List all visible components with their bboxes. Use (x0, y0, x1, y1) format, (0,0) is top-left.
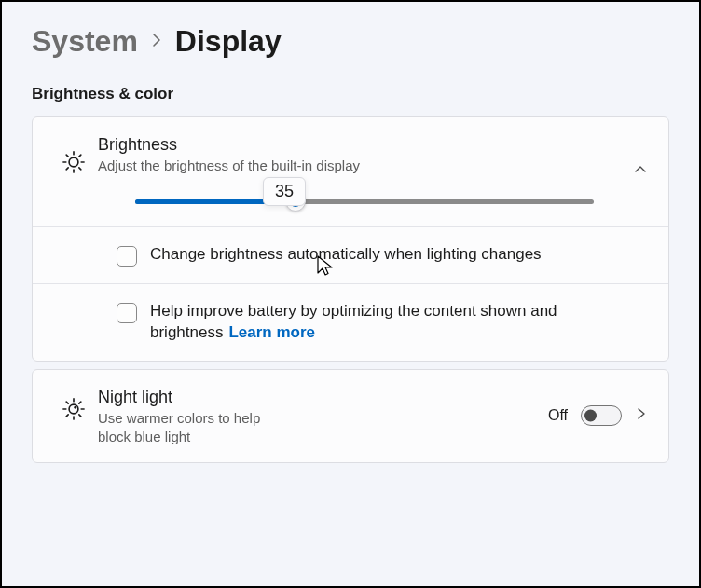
svg-point-9 (69, 404, 78, 414)
brightness-card-group: Brightness Adjust the brightness of the … (32, 116, 669, 362)
night-light-title: Night light (98, 387, 537, 408)
brightness-slider[interactable] (98, 199, 622, 204)
svg-line-17 (66, 415, 68, 417)
svg-point-10 (74, 406, 76, 409)
svg-line-15 (66, 402, 68, 403)
sun-accent-icon (49, 387, 98, 422)
svg-point-0 (69, 157, 78, 167)
brightness-description: Adjust the brightness of the built-in di… (98, 157, 622, 175)
svg-line-18 (79, 402, 81, 403)
svg-line-6 (79, 168, 81, 170)
night-light-card[interactable]: Night light Use warmer colors to help bl… (33, 370, 668, 462)
night-light-toggle[interactable] (581, 405, 622, 426)
svg-line-16 (79, 415, 81, 417)
chevron-up-icon[interactable] (622, 162, 648, 181)
learn-more-link[interactable]: Learn more (228, 323, 315, 341)
auto-brightness-checkbox[interactable] (117, 246, 137, 267)
brightness-title: Brightness (98, 134, 622, 156)
night-light-state: Off (548, 407, 568, 424)
battery-optimize-label: Help improve battery by optimizing the c… (150, 301, 648, 344)
svg-line-8 (79, 155, 81, 157)
night-light-description: Use warmer colors to help block blue lig… (98, 409, 294, 445)
chevron-right-icon (151, 31, 162, 52)
breadcrumb: System Display (32, 24, 669, 59)
chevron-right-icon[interactable] (635, 406, 648, 425)
sun-icon (49, 134, 98, 175)
brightness-tooltip: 35 (263, 177, 306, 206)
night-light-card-group: Night light Use warmer colors to help bl… (32, 369, 669, 463)
breadcrumb-parent[interactable]: System (32, 24, 138, 59)
brightness-card[interactable]: Brightness Adjust the brightness of the … (33, 117, 668, 226)
svg-line-5 (66, 155, 68, 157)
auto-brightness-row[interactable]: Change brightness automatically when lig… (33, 226, 668, 283)
battery-optimize-checkbox[interactable] (117, 303, 137, 323)
svg-line-7 (66, 168, 68, 170)
breadcrumb-current: Display (175, 24, 282, 59)
battery-optimize-row[interactable]: Help improve battery by optimizing the c… (33, 283, 668, 361)
section-heading: Brightness & color (32, 85, 669, 103)
auto-brightness-label: Change brightness automatically when lig… (150, 244, 542, 266)
